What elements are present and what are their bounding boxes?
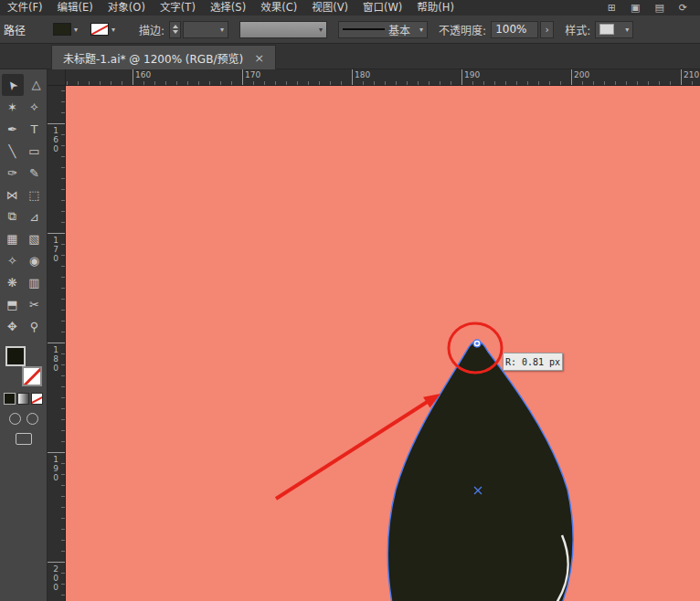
tool-rectangle[interactable]: ▭ [24, 140, 46, 162]
tool-pencil[interactable]: ✎ [24, 162, 46, 184]
stroke-none-swatch[interactable] [90, 23, 109, 36]
menu-object[interactable]: 对象(O) [101, 0, 153, 16]
vertical-ruler[interactable]: 160 170 180 190 200 [48, 86, 66, 601]
tool-zoom[interactable]: ⚲ [24, 315, 46, 337]
none-button[interactable] [31, 393, 43, 405]
lasso-tool-icon: ⟡ [30, 100, 38, 114]
grid-view-icon[interactable]: ▣ [631, 2, 640, 14]
opacity-combo[interactable]: 100% [491, 21, 538, 38]
tool-hand[interactable]: ✥ [2, 315, 24, 337]
type-tool-icon: T [31, 122, 38, 136]
brush-name: 基本 [388, 22, 410, 37]
ruler-label: 170 [245, 70, 260, 79]
hand-tool-icon: ✥ [7, 320, 17, 333]
slice-tool-icon: ✂ [29, 298, 39, 311]
ruler-label: 200 [574, 70, 589, 79]
tool-direct-selection[interactable]: ▷ [24, 74, 46, 96]
tool-lasso[interactable]: ⟡ [24, 96, 46, 118]
tool-gradient[interactable]: ▧ [24, 227, 46, 249]
close-icon[interactable]: × [254, 51, 264, 65]
chevron-down-icon: ▾ [319, 26, 323, 34]
gradient-button[interactable] [17, 393, 29, 405]
ruler-origin-corner[interactable] [48, 69, 66, 86]
screen-mode-button[interactable] [16, 433, 32, 445]
tool-type[interactable]: T [24, 118, 46, 140]
tools-panel: ➤ ▷ ✶ ⟡ ✒ T ╲ ▭ ✑ ✎ ⋈ ⬚ ⧉ ⊿ ▦ ▧ ✧ ◉ ❋ ▥ … [0, 69, 48, 601]
ruler-tick: 170 [242, 69, 243, 85]
tool-symbol-sprayer[interactable]: ❋ [2, 271, 24, 293]
menu-select[interactable]: 选择(S) [203, 0, 253, 16]
brush-stroke-preview [343, 28, 385, 30]
menu-edit[interactable]: 编辑(E) [50, 0, 101, 16]
ruler-label: 200 [51, 564, 60, 592]
menu-help[interactable]: 帮助(H) [409, 0, 461, 16]
ruler-tick [48, 343, 65, 343]
menu-view[interactable]: 视图(V) [304, 0, 355, 16]
paintbrush-tool-icon: ✑ [7, 166, 17, 180]
direct-selection-tool-icon: ▷ [27, 80, 41, 90]
ruler-tick: 210 [681, 69, 682, 85]
menu-effect[interactable]: 效果(C) [253, 0, 304, 16]
tool-column-graph[interactable]: ▥ [24, 271, 46, 293]
menu-type[interactable]: 文字(T) [153, 0, 203, 16]
tool-blend[interactable]: ◉ [24, 249, 46, 271]
stroke-swatch[interactable] [22, 366, 42, 386]
stroke-color-dropdown[interactable]: ▾ [90, 23, 115, 36]
tool-paintbrush[interactable]: ✑ [2, 162, 24, 184]
corner-radius-value: R: 0.81 px [505, 357, 560, 367]
rectangle-tool-icon: ▭ [28, 144, 39, 158]
tool-slice[interactable]: ✂ [24, 293, 46, 315]
fill-color-dropdown[interactable]: ▾ [53, 23, 78, 36]
draw-mode-row [0, 413, 47, 425]
fill-swatch[interactable] [5, 346, 26, 366]
style-label: 样式: [565, 22, 590, 37]
ruler-tick [48, 562, 65, 563]
sync-icon[interactable]: ⟳ [679, 2, 687, 14]
variable-width-profile-combo[interactable]: ▾ [239, 21, 327, 38]
tool-magic-wand[interactable]: ✶ [2, 96, 24, 118]
graphic-style-combo[interactable]: ▾ [595, 21, 633, 38]
tool-artboard[interactable]: ⬒ [2, 293, 24, 315]
opacity-panel-button[interactable]: › [540, 21, 554, 38]
brush-definition-combo[interactable]: 基本 ▾ [338, 21, 428, 38]
ruler-tick: 180 [352, 69, 353, 85]
chevron-down-icon: ▾ [74, 26, 78, 34]
menu-window[interactable]: 窗口(W) [355, 0, 409, 16]
menubar-icon-group: ⊞ ▣ ▤ ⟳ [608, 2, 700, 14]
selection-tool-icon: ➤ [4, 77, 21, 93]
tool-width[interactable]: ⋈ [2, 184, 24, 206]
tool-selection[interactable]: ➤ [2, 74, 24, 96]
menu-file[interactable]: 文件(F) [0, 0, 50, 16]
tool-shape-builder[interactable]: ⧉ [2, 206, 24, 227]
tool-eyedropper[interactable]: ✧ [2, 249, 24, 271]
draw-behind-icon[interactable] [27, 413, 38, 425]
tool-mesh[interactable]: ▦ [2, 227, 24, 249]
stroke-weight-combo[interactable]: ▾ [183, 21, 228, 38]
ruler-label: 180 [355, 70, 370, 79]
line-segment-tool-icon: ╲ [9, 144, 16, 158]
arrange-documents-icon[interactable]: ⊞ [608, 2, 616, 14]
ruler-label: 170 [51, 236, 60, 263]
fill-stroke-indicator [5, 346, 42, 386]
workspace-icon[interactable]: ▤ [654, 2, 663, 14]
ruler-label: 190 [464, 70, 480, 79]
ruler-label: 160 [51, 126, 60, 153]
corner-widget-handle[interactable] [473, 340, 481, 347]
tool-free-transform[interactable]: ⬚ [24, 184, 46, 206]
artboard-canvas[interactable]: R: 0.81 px [66, 86, 700, 601]
symbol-sprayer-tool-icon: ❋ [7, 276, 17, 290]
tool-pen[interactable]: ✒ [2, 118, 24, 140]
tool-line-segment[interactable]: ╲ [2, 140, 24, 162]
chevron-down-icon: ▾ [625, 26, 629, 34]
corner-radius-tooltip: R: 0.81 px [503, 353, 563, 371]
fill-color-swatch[interactable] [53, 23, 71, 36]
ruler-tick: 160 [133, 69, 133, 85]
stroke-weight-stepper[interactable] [169, 21, 181, 38]
document-tab[interactable]: 未标题-1.ai* @ 1200% (RGB/预览) × [51, 45, 276, 69]
tool-grid: ➤ ▷ ✶ ⟡ ✒ T ╲ ▭ ✑ ✎ ⋈ ⬚ ⧉ ⊿ ▦ ▧ ✧ ◉ ❋ ▥ … [0, 69, 47, 337]
gradient-tool-icon: ▧ [28, 232, 39, 246]
horizontal-ruler[interactable]: 160 170 180 190 200 210 [66, 69, 700, 86]
draw-normal-icon[interactable] [9, 413, 21, 425]
color-button[interactable] [4, 393, 16, 405]
tool-perspective-grid[interactable]: ⊿ [24, 206, 46, 227]
